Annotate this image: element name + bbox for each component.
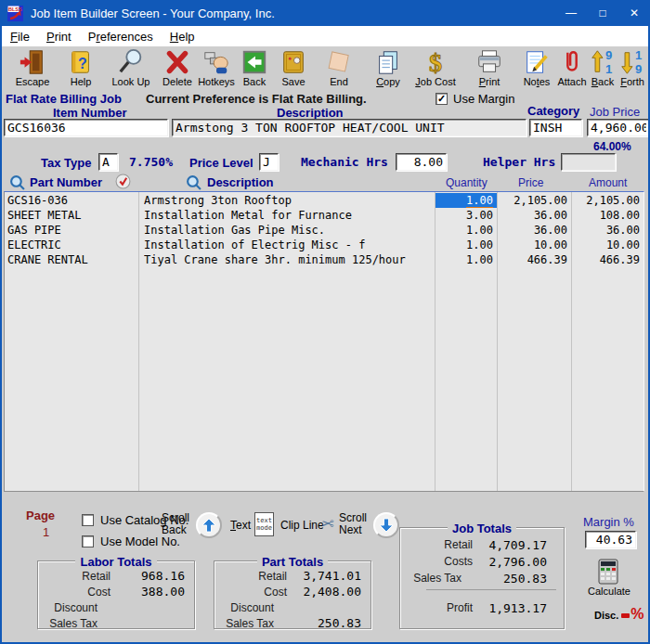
- dollar-icon: $: [422, 48, 449, 76]
- tax-type-field[interactable]: [98, 153, 118, 171]
- table-row[interactable]: GCS16-036 Armstrong 3ton Rooftop 1.00 2,…: [5, 193, 644, 208]
- part-number-search-icon[interactable]: [9, 174, 25, 190]
- cell-qty: 1.00: [436, 252, 497, 267]
- margin-percent-readout: 64.00%: [593, 140, 631, 153]
- part-cost-row: Cost2,408.00: [214, 584, 370, 599]
- preference-text: Current Preference is Flat Rate Billing.: [146, 92, 367, 106]
- description-label: Description: [277, 106, 344, 120]
- margin-input[interactable]: [585, 531, 636, 548]
- scroll-next-label: ScrollNext: [339, 512, 367, 536]
- part-totals-title: Part Totals: [214, 553, 370, 570]
- back-record-button[interactable]: 91 Back: [587, 48, 618, 87]
- check-filter-icon[interactable]: [115, 174, 131, 189]
- job-cost-button[interactable]: $ Job Cost: [409, 48, 462, 87]
- cell-price: 36.00: [498, 223, 571, 238]
- scroll-back-button[interactable]: [196, 512, 222, 538]
- description-search-icon[interactable]: [186, 174, 202, 190]
- table-row[interactable]: ELECTRIC Installation of Electrig Misc -…: [5, 238, 644, 252]
- hotkeys-button[interactable]: Hotkeys: [193, 48, 240, 87]
- lookup-button[interactable]: Look Up: [106, 48, 156, 87]
- job-price-field[interactable]: [587, 119, 650, 136]
- toolbar: Escape ? Help Look Up Delete Hotkeys Bac…: [2, 46, 648, 91]
- job-totals-box: Job Totals Retail4,709.17 Costs2,796.00 …: [399, 527, 565, 629]
- svg-text:$: $: [429, 48, 442, 76]
- text-mode-icon[interactable]: textmode: [254, 512, 274, 536]
- description-field[interactable]: [172, 119, 526, 136]
- menu-help[interactable]: Help: [162, 28, 203, 45]
- end-button[interactable]: End: [319, 48, 358, 87]
- margin-label: Margin %: [583, 515, 634, 529]
- escape-door-icon: [19, 48, 46, 76]
- menu-file[interactable]: File: [2, 28, 38, 45]
- cell-qty-selected[interactable]: 1.00: [436, 193, 497, 208]
- arrow-down-19-icon: 19: [618, 48, 646, 76]
- help-book-icon: ?: [67, 48, 95, 76]
- notes-button[interactable]: Notes: [518, 48, 555, 87]
- col-part-number: Part Number: [30, 175, 102, 189]
- hotkeys-hand-icon: [202, 48, 230, 76]
- job-retail-row: Retail4,709.17: [400, 536, 564, 553]
- menu-bar: File Print Preferences Help: [2, 26, 648, 46]
- job-item-builder-window: BLSS Job Item Builder Screen - Your Comp…: [0, 0, 650, 644]
- tax-rate-readout: 7.750%: [129, 155, 173, 169]
- scroll-next-button[interactable]: [373, 512, 399, 538]
- mechanic-hrs-field[interactable]: [396, 153, 447, 171]
- helper-hrs-field[interactable]: [561, 153, 616, 171]
- calculate-label: Calculate: [585, 586, 633, 598]
- forth-record-button[interactable]: 19 Forth: [617, 48, 648, 87]
- cell-amount: 10.00: [572, 238, 644, 252]
- scissors-icon: ✂: [321, 518, 333, 530]
- minimize-button[interactable]: —: [555, 0, 587, 26]
- scroll-back-label: ScrollBack: [162, 512, 189, 536]
- category-label: Category: [527, 104, 579, 118]
- use-model-checkbox[interactable]: [82, 535, 94, 547]
- back-arrow-icon: [240, 48, 268, 76]
- help-button[interactable]: ? Help: [59, 48, 102, 87]
- copy-button[interactable]: Copy: [368, 48, 409, 87]
- use-model-label: Use Model No.: [100, 535, 180, 548]
- paperclip-icon: [558, 48, 586, 76]
- calculator-icon: [598, 559, 618, 585]
- cell-desc: Tiyal Crane share 3hr. minimum 125/hour: [144, 252, 432, 267]
- close-button[interactable]: ✕: [618, 0, 650, 26]
- menu-print[interactable]: Print: [38, 28, 80, 45]
- item-number-field[interactable]: [4, 119, 168, 136]
- app-icon: BLSS: [7, 6, 23, 21]
- category-field[interactable]: [529, 119, 582, 136]
- end-sheet-icon: [325, 48, 353, 76]
- tax-type-label: Tax Type: [41, 156, 91, 170]
- copy-pages-icon: [374, 48, 402, 76]
- cell-amount: 108.00: [572, 208, 644, 223]
- clip-line-button[interactable]: Clip Line: [280, 520, 324, 532]
- part-retail-row: Retail3,741.01: [214, 568, 370, 584]
- part-discount-row: Discount: [214, 599, 370, 615]
- arrow-down-icon: [378, 517, 395, 534]
- back-button[interactable]: Back: [236, 48, 273, 87]
- labor-cost-row: Cost388.00: [38, 584, 194, 599]
- save-button[interactable]: Save: [273, 48, 314, 87]
- text-button[interactable]: Text: [230, 520, 251, 532]
- table-row[interactable]: GAS PIPE Installation Gas Pipe Misc. 1.0…: [5, 223, 644, 238]
- printer-icon: [475, 48, 503, 76]
- escape-button[interactable]: Escape: [7, 48, 58, 87]
- menu-preferences[interactable]: Preferences: [80, 28, 162, 45]
- cell-amount: 466.39: [572, 252, 644, 267]
- use-margin-checkbox[interactable]: ✓: [436, 93, 448, 105]
- price-level-field[interactable]: [259, 153, 279, 171]
- cell-qty: 3.00: [436, 208, 497, 223]
- table-row[interactable]: CRANE RENTAL Tiyal Crane share 3hr. mini…: [5, 252, 644, 267]
- maximize-button[interactable]: □: [587, 0, 618, 26]
- table-row[interactable]: SHEET METAL Installation Metal for Furna…: [5, 208, 644, 223]
- labor-retail-row: Retail968.16: [38, 568, 194, 584]
- cell-desc: Installation Metal for Furnance: [144, 208, 432, 223]
- use-catalog-checkbox[interactable]: [82, 514, 94, 526]
- discount-button[interactable]: Disc.%: [594, 606, 644, 623]
- svg-text:?: ?: [78, 56, 87, 71]
- delete-x-icon: [163, 48, 191, 76]
- parts-table: GCS16-036 Armstrong 3ton Rooftop 1.00 2,…: [4, 191, 644, 492]
- calculate-button[interactable]: [598, 559, 618, 588]
- cell-desc: Installation Gas Pipe Misc.: [144, 223, 432, 238]
- col-price: Price: [518, 176, 543, 189]
- print-button[interactable]: Print: [468, 48, 511, 87]
- cell-part: GCS16-036: [7, 193, 137, 208]
